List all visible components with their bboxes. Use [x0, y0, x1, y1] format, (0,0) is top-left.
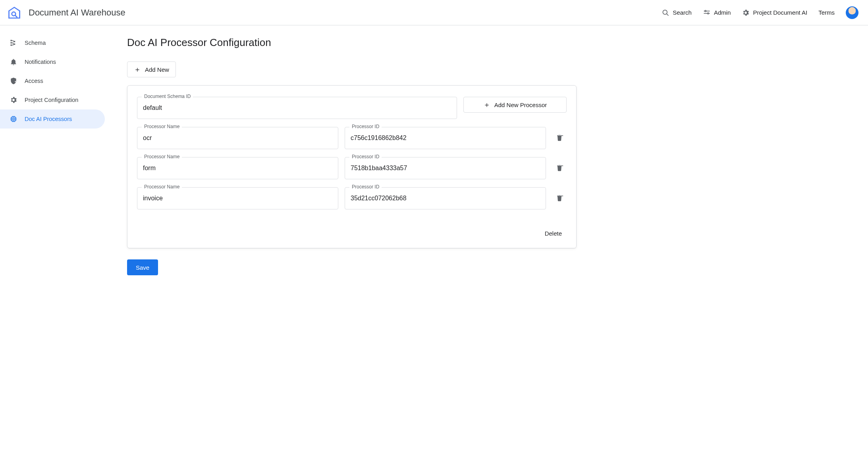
search-label: Search	[673, 9, 692, 16]
processor-id-label: Processor ID	[349, 124, 382, 129]
svg-rect-10	[11, 44, 12, 46]
delete-processor-button[interactable]	[552, 131, 567, 145]
svg-rect-13	[12, 117, 15, 121]
svg-point-6	[705, 10, 706, 12]
add-new-processor-label: Add New Processor	[494, 102, 547, 108]
terms-label: Terms	[818, 9, 835, 16]
shield-icon	[10, 77, 17, 85]
schema-id-input[interactable]	[137, 97, 457, 119]
processor-name-label: Processor Name	[142, 154, 182, 159]
processor-row: Processor Name Processor ID	[137, 127, 567, 149]
admin-action[interactable]: Admin	[703, 9, 731, 17]
processor-name-label: Processor Name	[142, 124, 182, 129]
processor-id-input[interactable]	[345, 187, 546, 209]
svg-line-1	[15, 15, 17, 17]
processor-id-input[interactable]	[345, 157, 546, 179]
sidebar-item-label: Project Configuration	[25, 97, 78, 103]
svg-rect-11	[14, 41, 15, 42]
plus-icon: ＋	[134, 66, 141, 73]
processor-name-input[interactable]	[137, 157, 338, 179]
project-label: Project Document AI	[753, 9, 807, 16]
sidebar-item-label: Access	[25, 78, 43, 84]
bell-icon	[10, 58, 17, 66]
trash-icon	[556, 134, 563, 143]
add-new-button[interactable]: ＋ Add New	[127, 61, 176, 77]
terms-action[interactable]: Terms	[818, 9, 835, 16]
svg-line-3	[667, 13, 669, 15]
logo-wrap: Document AI Warehouse	[6, 5, 125, 21]
warehouse-logo-icon	[6, 5, 22, 21]
processor-id-field: Processor ID	[345, 127, 546, 149]
processor-row: Processor Name Processor ID	[137, 157, 567, 179]
plus-icon: ＋	[483, 101, 490, 108]
processor-id-label: Processor ID	[349, 184, 382, 190]
svg-rect-14	[13, 118, 14, 120]
search-icon	[662, 9, 669, 17]
svg-rect-12	[14, 44, 15, 45]
processor-name-input[interactable]	[137, 127, 338, 149]
chip-icon	[10, 115, 17, 123]
sidebar-item-notifications[interactable]: Notifications	[0, 52, 105, 71]
sidebar-item-label: Notifications	[25, 59, 56, 65]
add-new-processor-button[interactable]: ＋ Add New Processor	[463, 97, 567, 113]
sidebar: Schema Notifications Access Project Conf…	[0, 25, 111, 294]
processor-row: Processor Name Processor ID	[137, 187, 567, 209]
svg-rect-8	[11, 40, 12, 41]
schema-id-label: Document Schema ID	[142, 94, 193, 99]
processor-name-label: Processor Name	[142, 184, 182, 190]
gear-icon	[742, 9, 750, 17]
add-new-label: Add New	[145, 66, 169, 73]
schema-icon	[10, 39, 17, 47]
sidebar-item-label: Doc AI Processors	[25, 116, 72, 122]
processor-id-label: Processor ID	[349, 154, 382, 159]
sidebar-item-schema[interactable]: Schema	[0, 33, 105, 52]
trash-icon	[556, 164, 563, 173]
sidebar-item-doc-ai-processors[interactable]: Doc AI Processors	[0, 109, 105, 129]
header-actions: Search Admin Project Document AI Terms	[662, 6, 858, 19]
gear-icon	[10, 96, 17, 104]
admin-label: Admin	[714, 9, 731, 16]
project-action[interactable]: Project Document AI	[742, 9, 807, 17]
processor-id-input[interactable]	[345, 127, 546, 149]
main-content: Doc AI Processor Configuration ＋ Add New…	[111, 25, 596, 294]
processor-name-field: Processor Name	[137, 187, 338, 209]
processor-id-field: Processor ID	[345, 187, 546, 209]
processor-name-input[interactable]	[137, 187, 338, 209]
svg-point-0	[12, 12, 16, 16]
processor-name-field: Processor Name	[137, 127, 338, 149]
svg-point-7	[708, 13, 709, 14]
sidebar-item-project-config[interactable]: Project Configuration	[0, 90, 105, 109]
delete-button[interactable]: Delete	[540, 227, 567, 240]
sidebar-item-label: Schema	[25, 40, 46, 46]
save-button[interactable]: Save	[127, 259, 158, 275]
processor-name-field: Processor Name	[137, 157, 338, 179]
trash-icon	[556, 194, 563, 203]
delete-processor-button[interactable]	[552, 191, 567, 205]
tune-icon	[703, 9, 711, 17]
schema-id-field: Document Schema ID	[137, 97, 457, 119]
processor-id-field: Processor ID	[345, 157, 546, 179]
processor-config-card: Document Schema ID ＋ Add New Processor P…	[127, 85, 577, 248]
sidebar-item-access[interactable]: Access	[0, 71, 105, 90]
avatar[interactable]	[846, 6, 858, 19]
delete-processor-button[interactable]	[552, 161, 567, 175]
svg-rect-9	[11, 42, 12, 43]
search-action[interactable]: Search	[662, 9, 692, 17]
svg-point-2	[663, 10, 667, 14]
header: Document AI Warehouse Search Admin Proje…	[0, 0, 868, 25]
app-title: Document AI Warehouse	[29, 8, 125, 18]
page-title: Doc AI Processor Configuration	[127, 36, 577, 49]
